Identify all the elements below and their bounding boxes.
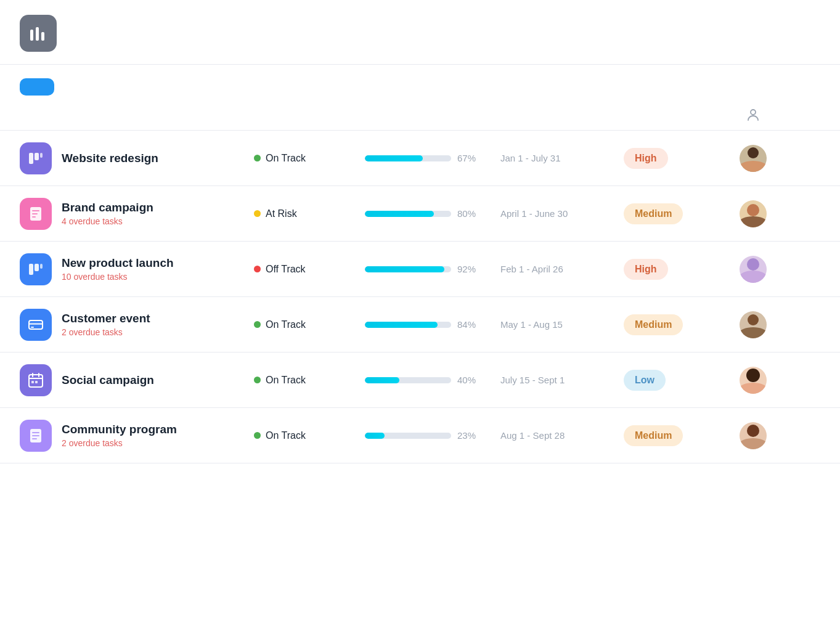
svg-rect-2 [41, 32, 44, 41]
status-label: Off Track [266, 264, 306, 275]
status-dot [254, 432, 261, 439]
progress-cell: 92% [365, 264, 500, 274]
progress-cell: 84% [365, 319, 500, 330]
project-info: Brand campaign 4 overdue tasks [62, 201, 153, 226]
table-row[interactable]: Community program 2 overdue tasks On Tra… [0, 408, 840, 463]
priority-badge: Medium [624, 314, 683, 335]
progress-percent: 80% [457, 208, 479, 219]
svg-rect-8 [32, 210, 39, 211]
progress-bar-fill [365, 433, 385, 439]
table-row[interactable]: Customer event 2 overdue tasks On Track … [0, 297, 840, 353]
dates-cell: May 1 - Aug 15 [500, 319, 624, 330]
priority-cell: High [624, 148, 735, 169]
status-cell: On Track [254, 430, 365, 441]
progress-bar-fill [365, 322, 438, 328]
dates-cell: Aug 1 - Sept 28 [500, 430, 624, 441]
svg-rect-15 [29, 323, 43, 325]
svg-rect-11 [29, 264, 33, 275]
priority-cell: High [624, 259, 735, 280]
priority-badge: Medium [624, 203, 683, 224]
project-name: Customer event [62, 312, 150, 325]
project-name: Community program [62, 423, 177, 436]
page-header [0, 0, 840, 65]
status-cell: On Track [254, 375, 365, 386]
svg-rect-21 [31, 381, 34, 383]
svg-rect-4 [29, 153, 33, 164]
table-row[interactable]: Social campaign On Track 40% July 15 - S… [0, 353, 840, 408]
project-info: Website redesign [62, 152, 158, 165]
svg-rect-13 [40, 264, 43, 269]
project-name: Website redesign [62, 152, 158, 165]
overdue-tasks: 10 overdue tasks [62, 272, 174, 282]
overdue-tasks: 2 overdue tasks [62, 327, 150, 337]
table-row[interactable]: Website redesign On Track 67% Jan 1 - Ju… [0, 131, 840, 186]
status-cell: At Risk [254, 208, 365, 219]
priority-cell: Low [624, 370, 735, 391]
project-name: Brand campaign [62, 201, 153, 214]
status-label: On Track [266, 319, 306, 330]
person-cell [735, 367, 772, 394]
progress-percent: 40% [457, 375, 479, 385]
status-dot [254, 377, 261, 383]
status-cell: On Track [254, 319, 365, 330]
priority-cell: Medium [624, 314, 735, 335]
progress-percent: 23% [457, 430, 479, 441]
dates-cell: Jan 1 - July 31 [500, 153, 624, 163]
svg-rect-5 [35, 153, 39, 160]
svg-rect-22 [35, 381, 38, 383]
progress-bar-bg [365, 155, 451, 161]
person-cell [735, 200, 772, 227]
col-person-header [735, 108, 772, 124]
dates-cell: July 15 - Sept 1 [500, 375, 624, 385]
table-row[interactable]: New product launch 10 overdue tasks Off … [0, 242, 840, 297]
svg-point-3 [751, 110, 756, 115]
progress-bar-bg [365, 322, 451, 328]
progress-bar-fill [365, 155, 423, 161]
status-dot [254, 210, 261, 217]
project-cell: New product launch 10 overdue tasks [20, 253, 254, 285]
priority-badge: Low [624, 370, 666, 391]
table-row[interactable]: Brand campaign 4 overdue tasks At Risk 8… [0, 186, 840, 242]
priority-badge: Medium [624, 425, 683, 446]
status-label: On Track [266, 375, 306, 386]
status-dot [254, 266, 261, 272]
overdue-tasks: 4 overdue tasks [62, 216, 153, 226]
project-icon [20, 309, 52, 341]
project-info: Customer event 2 overdue tasks [62, 312, 150, 337]
progress-bar-bg [365, 211, 451, 217]
dates-cell: April 1 - June 30 [500, 208, 624, 219]
progress-bar-bg [365, 433, 451, 439]
project-info: Social campaign [62, 373, 154, 387]
status-dot [254, 155, 261, 161]
progress-bar-fill [365, 266, 444, 272]
progress-percent: 84% [457, 319, 479, 330]
progress-cell: 67% [365, 153, 500, 163]
person-cell [735, 256, 772, 283]
svg-rect-10 [32, 216, 36, 218]
progress-percent: 67% [457, 153, 479, 163]
svg-rect-16 [31, 327, 34, 328]
svg-rect-12 [35, 264, 39, 271]
status-dot [254, 321, 261, 328]
progress-bar-fill [365, 211, 434, 217]
svg-rect-26 [32, 438, 37, 439]
progress-bar-bg [365, 377, 451, 383]
project-name: Social campaign [62, 373, 154, 387]
svg-rect-25 [32, 435, 39, 436]
project-icon [20, 364, 52, 396]
app-icon [20, 15, 57, 52]
status-cell: On Track [254, 153, 365, 164]
person-cell [735, 422, 772, 449]
project-icon [20, 253, 52, 285]
progress-bar-fill [365, 377, 399, 383]
project-cell: Social campaign [20, 364, 254, 396]
project-icon [20, 142, 52, 174]
table-body: Website redesign On Track 67% Jan 1 - Ju… [0, 131, 840, 463]
add-project-button[interactable] [20, 78, 54, 96]
project-cell: Community program 2 overdue tasks [20, 420, 254, 452]
project-cell: Website redesign [20, 142, 254, 174]
progress-cell: 23% [365, 430, 500, 441]
priority-cell: Medium [624, 425, 735, 446]
person-cell [735, 145, 772, 172]
project-name: New product launch [62, 256, 174, 270]
